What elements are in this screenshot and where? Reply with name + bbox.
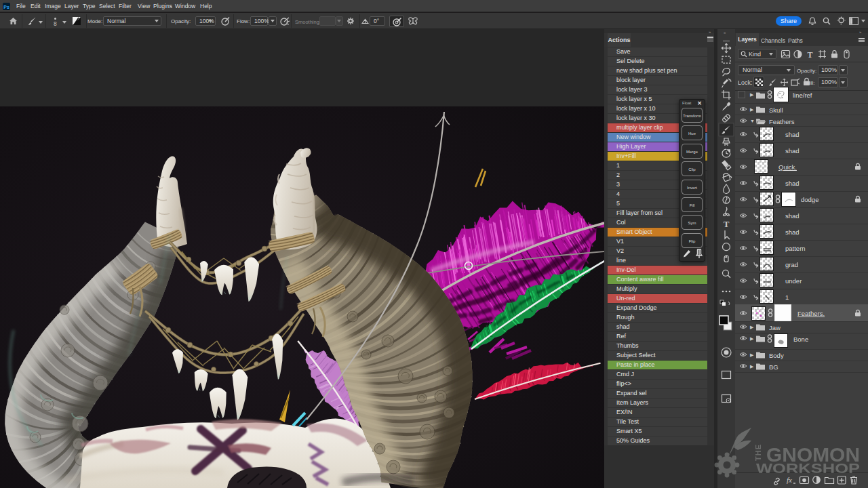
svg-text:T: T xyxy=(807,50,812,59)
svg-text:Ps: Ps xyxy=(3,5,9,9)
svg-text:T: T xyxy=(724,219,730,229)
svg-text:THE: THE xyxy=(754,444,762,461)
svg-text:WORKSHOP: WORKSHOP xyxy=(756,460,860,476)
